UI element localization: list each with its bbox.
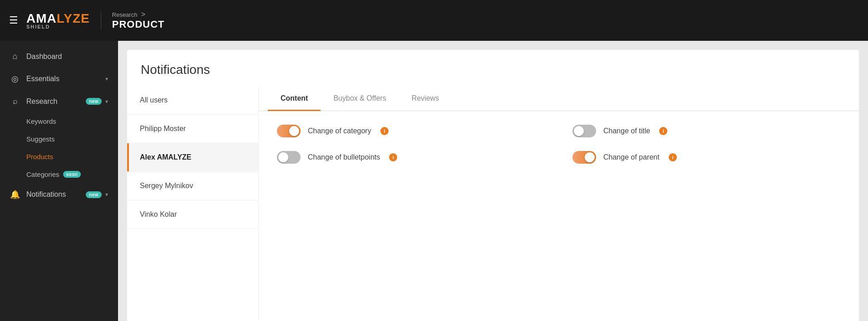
- essentials-icon: ◎: [10, 74, 20, 84]
- user-label-vinko: Vinko Kolar: [140, 210, 177, 218]
- sidebar-item-suggests[interactable]: Suggests: [0, 130, 118, 148]
- hamburger-icon[interactable]: ☰: [9, 15, 18, 26]
- research-badge: new: [86, 98, 102, 105]
- toggle-track-change-category: [277, 125, 301, 137]
- user-label-all-users: All users: [140, 96, 168, 104]
- sidebar-label-notifications: Notifications: [26, 190, 82, 199]
- toggle-thumb-change-parent: [585, 152, 595, 162]
- tab-label-content: Content: [281, 94, 308, 102]
- sidebar-label-dashboard: Dashboard: [26, 53, 108, 61]
- toggle-change-bulletpoints[interactable]: [277, 151, 301, 164]
- info-icon-change-category[interactable]: i: [380, 127, 389, 135]
- user-list: All users Philipp Moster Alex AMALYZE Se…: [127, 86, 259, 321]
- right-panel: Content Buybox & Offers Reviews: [259, 86, 859, 321]
- toggle-thumb-change-category: [289, 126, 299, 136]
- sidebar-label-suggests: Suggests: [26, 135, 55, 143]
- breadcrumb-parent: Research: [112, 11, 138, 18]
- toggle-change-parent[interactable]: [572, 151, 596, 164]
- notifications-body: All users Philipp Moster Alex AMALYZE Se…: [127, 86, 859, 321]
- user-label-sergey: Sergey Mylnikov: [140, 182, 193, 190]
- page-title: Notifications: [127, 50, 859, 86]
- breadcrumb-current: PRODUCT: [112, 19, 165, 30]
- body-layout: ⌂ Dashboard ◎ Essentials ▾ ⌕ Research ne…: [0, 41, 868, 321]
- top-header: ☰ AMALYZE SHIELD Research > PRODUCT: [0, 0, 868, 41]
- sidebar-label-products: Products: [26, 153, 53, 160]
- sidebar-label-research: Research: [26, 97, 82, 106]
- setting-label-change-title: Change of title: [603, 127, 650, 135]
- categories-badge: soon: [63, 171, 81, 178]
- home-icon: ⌂: [10, 52, 20, 61]
- toggle-thumb-change-bulletpoints: [278, 152, 288, 162]
- sidebar: ⌂ Dashboard ◎ Essentials ▾ ⌕ Research ne…: [0, 41, 118, 321]
- notifications-badge: new: [86, 191, 102, 198]
- sidebar-item-products[interactable]: Products: [0, 148, 118, 165]
- setting-label-change-bulletpoints: Change of bulletpoints: [308, 153, 380, 161]
- toggle-track-change-title: [572, 125, 596, 137]
- breadcrumb: Research > PRODUCT: [112, 10, 165, 30]
- sidebar-label-categories: Categories: [26, 170, 59, 178]
- tab-buybox[interactable]: Buybox & Offers: [321, 86, 399, 111]
- tab-content[interactable]: Content: [268, 86, 321, 111]
- setting-row-change-bulletpoints: Change of bulletpoints i: [277, 151, 545, 164]
- logo-ama: AMA: [26, 11, 57, 25]
- logo-area: AMALYZE SHIELD: [26, 11, 101, 29]
- main-inner: Notifications All users Philipp Moster A…: [127, 50, 859, 321]
- user-list-item-philipp[interactable]: Philipp Moster: [127, 115, 258, 143]
- search-icon: ⌕: [10, 97, 20, 106]
- toggle-change-title[interactable]: [572, 125, 596, 137]
- tabs-row: Content Buybox & Offers Reviews: [259, 86, 859, 111]
- setting-row-change-title: Change of title i: [572, 125, 841, 137]
- settings-grid: Change of category i Change of title: [259, 111, 859, 177]
- bell-icon: 🔔: [10, 190, 20, 199]
- notifications-chevron-icon: ▾: [105, 191, 108, 198]
- essentials-chevron-icon: ▾: [105, 76, 108, 82]
- sidebar-label-essentials: Essentials: [26, 75, 105, 83]
- tab-label-reviews: Reviews: [412, 94, 439, 102]
- user-list-item-alex[interactable]: Alex AMALYZE: [127, 143, 258, 172]
- sidebar-item-essentials[interactable]: ◎ Essentials ▾: [0, 68, 118, 90]
- setting-label-change-parent: Change of parent: [603, 153, 660, 161]
- tab-label-buybox: Buybox & Offers: [333, 94, 386, 102]
- user-list-item-all-users[interactable]: All users: [127, 86, 258, 115]
- info-icon-change-bulletpoints[interactable]: i: [389, 153, 397, 161]
- toggle-change-category[interactable]: [277, 125, 301, 137]
- user-label-philipp: Philipp Moster: [140, 125, 186, 132]
- toggle-track-change-parent: [572, 151, 596, 164]
- logo-lyze: LYZE: [57, 11, 90, 25]
- sidebar-label-keywords: Keywords: [26, 117, 56, 125]
- toggle-track-change-bulletpoints: [277, 151, 301, 164]
- toggle-thumb-change-title: [574, 126, 584, 136]
- user-list-item-sergey[interactable]: Sergey Mylnikov: [127, 172, 258, 200]
- tab-reviews[interactable]: Reviews: [399, 86, 452, 111]
- setting-row-change-category: Change of category i: [277, 125, 545, 137]
- user-list-item-vinko[interactable]: Vinko Kolar: [127, 200, 258, 229]
- sidebar-item-dashboard[interactable]: ⌂ Dashboard: [0, 45, 118, 68]
- breadcrumb-sep: >: [141, 10, 145, 18]
- research-chevron-icon: ▾: [105, 98, 108, 105]
- sidebar-item-notifications[interactable]: 🔔 Notifications new ▾: [0, 183, 118, 206]
- setting-row-change-parent: Change of parent i: [572, 151, 841, 164]
- info-icon-change-parent[interactable]: i: [669, 153, 677, 161]
- info-icon-change-title[interactable]: i: [659, 127, 667, 135]
- sidebar-item-categories[interactable]: Categories soon: [0, 165, 118, 183]
- user-label-alex: Alex AMALYZE: [140, 153, 192, 161]
- sidebar-item-research[interactable]: ⌕ Research new ▾: [0, 90, 118, 112]
- setting-label-change-category: Change of category: [308, 127, 371, 135]
- main-content: Notifications All users Philipp Moster A…: [118, 41, 868, 321]
- sidebar-item-keywords[interactable]: Keywords: [0, 112, 118, 130]
